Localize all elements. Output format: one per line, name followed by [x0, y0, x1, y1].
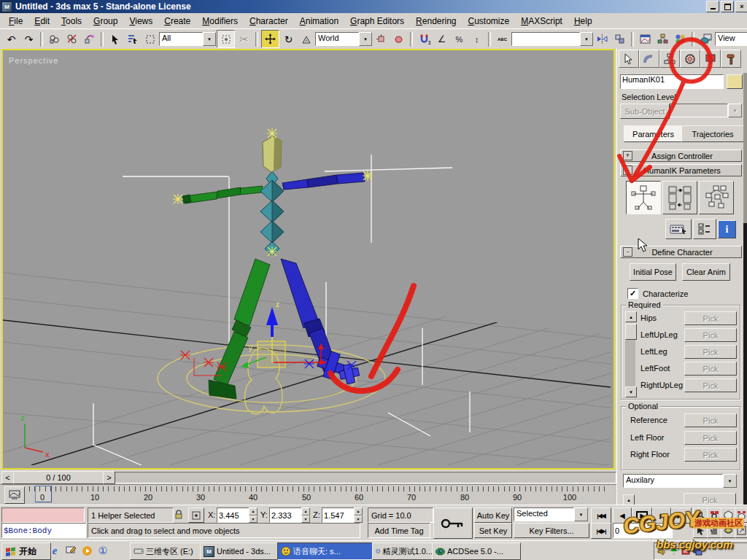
menu-group[interactable]: Group	[88, 15, 123, 28]
go-to-end-button[interactable]: ▶▶|	[671, 508, 692, 524]
coord-system-combo[interactable]: World ▼	[315, 32, 372, 46]
humanik-info-button[interactable]: i	[718, 220, 736, 238]
select-and-scale-button[interactable]	[298, 31, 314, 47]
viewport-label[interactable]: Perspective	[9, 56, 58, 65]
region-zoom-button[interactable]	[693, 523, 708, 538]
select-by-name-button[interactable]	[124, 31, 141, 47]
mini-curve-editor-button[interactable]	[4, 486, 25, 504]
tab-display[interactable]	[700, 50, 721, 68]
menu-customize[interactable]: Customize	[462, 15, 516, 28]
tab-utilities[interactable]	[721, 50, 741, 68]
zoom-extents-all-button[interactable]	[735, 508, 747, 523]
tab-parameters[interactable]: Parameters	[624, 125, 683, 142]
render-type-combo[interactable]: View ▼	[715, 32, 747, 46]
x-coordinate-input[interactable]	[217, 511, 249, 520]
curve-editor-button[interactable]	[637, 31, 654, 47]
auxiliary-dropdown-icon[interactable]: ▼	[723, 474, 737, 488]
window-crossing-toggle[interactable]	[217, 30, 235, 48]
previous-frame-button[interactable]: ◀|	[613, 508, 632, 524]
y-spinner[interactable]: ▲▼	[301, 508, 310, 523]
collapse-icon[interactable]: -	[623, 247, 632, 257]
set-keys-button[interactable]	[433, 508, 473, 539]
task-voice-chat[interactable]: 语音聊天: s...	[277, 542, 376, 560]
bind-spacewarp-button[interactable]	[81, 31, 98, 47]
key-selection-combo[interactable]: Selected ▼	[514, 508, 588, 521]
z-spinner[interactable]: ▲▼	[354, 508, 363, 523]
start-button[interactable]: 开始	[1, 542, 51, 560]
auxiliary-combo[interactable]: Auxilary ▼	[623, 474, 737, 488]
object-color-swatch[interactable]	[727, 74, 743, 89]
current-frame-input[interactable]	[614, 526, 672, 535]
selection-region-button[interactable]	[142, 31, 158, 47]
task-acdsee[interactable]: ACDSee 5.0 -...	[432, 542, 521, 560]
zoom-extents-button[interactable]	[721, 508, 735, 523]
absolute-offset-toggle[interactable]	[188, 508, 204, 523]
spinner-snap-button[interactable]: ↕	[468, 31, 485, 47]
mirror-button[interactable]	[594, 31, 611, 47]
initial-pose-button[interactable]: Initial Pose	[630, 263, 676, 281]
humanik-keying-button[interactable]	[665, 219, 692, 239]
object-name-field[interactable]	[620, 74, 724, 89]
scroll-up-icon[interactable]: ▲	[629, 315, 633, 319]
ie-quicklaunch-icon[interactable]: e	[48, 544, 61, 557]
head-bone[interactable]	[263, 136, 282, 172]
active-viewport-border[interactable]: z y	[1, 49, 615, 470]
unlink-button[interactable]	[63, 31, 80, 47]
tab-hierarchy[interactable]	[659, 50, 680, 68]
select-object-button[interactable]	[107, 31, 123, 47]
named-selection-dropdown-icon[interactable]: ▼	[580, 32, 593, 46]
panel-scrollbar-thumb[interactable]	[743, 223, 747, 505]
title-bar[interactable]: M Untitled - 3ds max 5 - Stand-alone Lic…	[0, 0, 747, 13]
humanik-graph-button[interactable]	[699, 181, 734, 214]
angle-snap-button[interactable]: ∠	[433, 31, 450, 47]
humanik-options-button[interactable]	[693, 219, 716, 239]
selection-filter-combo[interactable]: All ▼	[159, 32, 216, 46]
panel-scrollbar[interactable]	[743, 73, 747, 505]
link-button[interactable]	[46, 31, 63, 47]
scroll-down-icon[interactable]: ▼	[629, 390, 633, 394]
expand-icon[interactable]: +	[623, 151, 632, 160]
use-pivot-center-button[interactable]	[373, 31, 390, 47]
selection-lock-icon[interactable]	[174, 509, 184, 521]
named-selection-combo[interactable]: ▼	[511, 32, 593, 46]
x-coordinate-field[interactable]	[217, 508, 250, 523]
selection-filter-dropdown-icon[interactable]: ▼	[203, 32, 216, 46]
material-editor-button[interactable]	[672, 31, 689, 47]
tab-motion[interactable]	[680, 50, 700, 68]
menu-edit[interactable]: Edit	[28, 15, 55, 28]
render-scene-button[interactable]	[697, 31, 714, 47]
listener-entry[interactable]: $Bone:Body	[1, 523, 86, 538]
humanik-skeleton-mode-button[interactable]	[626, 181, 661, 214]
object-name-input[interactable]	[621, 75, 726, 84]
menu-file[interactable]: File	[3, 15, 28, 28]
set-key-button[interactable]: Set Key	[474, 523, 512, 538]
scrollbar-thumb[interactable]	[625, 324, 637, 340]
task-3dsmax[interactable]: M Untitled - 3ds...	[200, 542, 282, 560]
coord-system-dropdown-icon[interactable]: ▼	[359, 32, 372, 46]
menu-character[interactable]: Character	[244, 15, 294, 28]
y-coordinate-input[interactable]	[270, 511, 302, 520]
align-button[interactable]	[611, 31, 628, 47]
task-drive-window[interactable]: 三维专区 (E:)	[130, 542, 204, 560]
maxscript-mini-listener[interactable]	[1, 508, 85, 523]
rollout-humanik-parameters[interactable]: - HumanIK Parameters	[620, 164, 742, 176]
close-button[interactable]: ×	[735, 1, 747, 12]
partial-scroll-button[interactable]: ▲	[623, 494, 635, 505]
tab-trajectories[interactable]: Trajectories	[681, 125, 744, 142]
menu-modifiers[interactable]: Modifiers	[196, 15, 244, 28]
z-coordinate-field[interactable]	[322, 508, 355, 523]
schematic-view-button[interactable]	[654, 31, 671, 47]
key-filters-button[interactable]: Key Filters...	[514, 523, 589, 538]
menu-maxscript[interactable]: MAXScript	[515, 15, 568, 28]
minimize-button[interactable]	[706, 1, 719, 12]
one-quicklaunch-icon[interactable]: ①	[96, 544, 109, 557]
min-max-toggle-button[interactable]	[735, 523, 747, 538]
humanik-retarget-button[interactable]	[662, 181, 697, 214]
menu-rendering[interactable]: Rendering	[410, 15, 462, 28]
viewport-scene[interactable]: z y	[3, 50, 611, 465]
characterize-checkbox[interactable]: ✓	[627, 288, 638, 299]
menu-create[interactable]: Create	[158, 15, 196, 28]
menu-graph-editors[interactable]: Graph Editors	[344, 15, 410, 28]
time-slider-prev-button[interactable]: <	[1, 471, 14, 484]
menu-animation[interactable]: Animation	[294, 15, 344, 28]
